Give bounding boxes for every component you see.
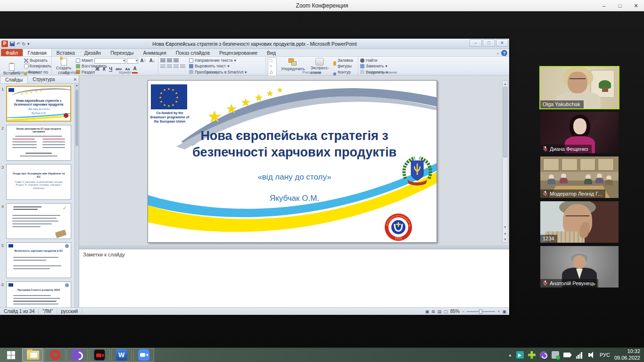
ppt-minimize-icon[interactable]: – <box>470 39 482 47</box>
vet-faculty-emblem: факультет ветеринарної медицини НУБіП Ук… <box>384 213 413 242</box>
video-anatoliy-revunets[interactable]: Анатолій Ревунець <box>540 246 619 288</box>
minimize-icon[interactable]: – <box>596 0 612 11</box>
arrange-icon <box>288 58 298 66</box>
tray-viber-icon[interactable] <box>540 351 547 359</box>
normal-view-icon[interactable]: ▣ <box>425 309 429 314</box>
taskbar-file-explorer[interactable] <box>22 348 43 362</box>
windows-logo-icon <box>7 351 15 359</box>
taskbar-opera[interactable] <box>44 348 66 362</box>
grow-font-button[interactable]: А↑ <box>140 58 147 65</box>
reading-view-icon[interactable]: ▤ <box>438 309 442 314</box>
tab-review[interactable]: Рецензирование <box>215 49 262 56</box>
speaker-icon[interactable] <box>588 351 595 359</box>
clock[interactable]: 10:32 09.06.2022 <box>614 348 640 362</box>
tab-insert[interactable]: Вставка <box>52 49 80 56</box>
collapse-ribbon-icon[interactable]: ▵ <box>497 51 499 55</box>
video-moderator-leonid[interactable]: Модератор Леонід Г... <box>540 156 619 198</box>
slide-editor: ★ ★ ★ ★ ★ ★ ★★★ ★★★ ★★★ ★★★ <box>79 75 509 245</box>
bullets-icon[interactable] <box>160 58 165 63</box>
network-signal-icon[interactable] <box>576 351 584 359</box>
tab-home[interactable]: Главная <box>23 49 52 56</box>
align-right-icon[interactable] <box>173 65 179 69</box>
taskbar-word[interactable]: W <box>111 348 132 362</box>
zoom-in-icon[interactable]: + <box>497 309 500 314</box>
align-center-icon[interactable] <box>167 65 172 69</box>
taskbar-zoom[interactable] <box>133 348 154 362</box>
slide-thumbnail-4[interactable]: ✓ <box>6 203 71 239</box>
slide-sorter-icon[interactable]: ⊞ <box>431 309 435 314</box>
align-text-button[interactable]: Выровнять текст ▾ <box>189 63 247 69</box>
font-size-box[interactable]: ▾ <box>127 58 138 64</box>
start-button[interactable] <box>0 348 22 362</box>
align-text-icon <box>189 64 193 68</box>
shape-fill-icon <box>333 61 336 66</box>
tray-usb-icon[interactable] <box>552 351 559 359</box>
qat-dropdown-icon[interactable]: ▾ <box>27 41 30 46</box>
previous-slide-icon[interactable]: ▲ <box>503 230 508 236</box>
scroll-up-icon[interactable]: ▲ <box>503 81 508 87</box>
ppt-maximize-icon[interactable]: □ <box>483 39 495 47</box>
cut-button[interactable]: Вырезать <box>24 58 51 63</box>
slide-scrollbar[interactable]: ▲ ▼ ▲ ▼ <box>502 80 508 243</box>
align-left-icon[interactable] <box>160 65 165 69</box>
justify-icon[interactable] <box>180 65 185 69</box>
replace-button[interactable]: Заменить ▾ <box>360 63 405 69</box>
notes-splitter[interactable] <box>79 245 509 249</box>
zoom-slider[interactable] <box>467 311 495 312</box>
video-1234[interactable]: 1234 <box>540 201 619 243</box>
close-icon[interactable]: ✕ <box>628 0 644 11</box>
slide-thumbnail-3[interactable]: Угода про Асоціацію між Україною та ЄС Г… <box>6 164 71 200</box>
numbering-icon[interactable] <box>167 58 172 63</box>
font-name-box[interactable]: ▾ <box>94 58 125 64</box>
taskbar-viber[interactable] <box>66 348 88 362</box>
copy-button[interactable]: Копировать <box>24 63 51 69</box>
next-slide-icon[interactable]: ▼ <box>503 236 508 242</box>
shrink-font-button[interactable]: А↓ <box>149 58 156 65</box>
slide-thumbnail-6[interactable]: Програма Сталого розвитку 2030 <box>6 281 71 307</box>
ppt-close-icon[interactable]: ✕ <box>496 39 508 47</box>
find-button[interactable]: Найти <box>360 58 405 63</box>
undo-icon[interactable]: ↶ <box>17 41 20 46</box>
pane-scrollbar[interactable]: ▲ <box>74 84 79 307</box>
redo-icon[interactable]: ↻ <box>22 41 26 46</box>
language-indicator[interactable]: русский <box>57 309 82 314</box>
tab-slideshow[interactable]: Показ слайдов <box>171 49 215 56</box>
help-icon[interactable]: ? <box>501 50 507 56</box>
save-icon[interactable] <box>10 41 15 46</box>
maximize-icon[interactable]: □ <box>612 0 628 11</box>
battery-icon[interactable] <box>563 351 572 359</box>
tray-teal-app-icon[interactable] <box>516 351 524 359</box>
text-direction-button[interactable]: Направление текста ▾ <box>189 58 247 63</box>
star-icon: ★ <box>255 92 263 103</box>
hidden-icons-arrow[interactable]: ▲ <box>508 353 512 357</box>
zoom-window: Zoom Конференция – □ ✕ P ↶ ↻ ▾ Нова Євро… <box>0 0 644 362</box>
arrange-button[interactable]: Упорядочить <box>280 58 306 72</box>
indent-icon[interactable] <box>173 58 179 63</box>
slide-thumbnail-1[interactable]: ★ ★ ★ ★ ★ Нова європейська стратегія з б… <box>6 86 71 122</box>
tab-view[interactable]: Вид <box>262 49 281 56</box>
tab-file[interactable]: Файл <box>1 49 23 56</box>
notes-area[interactable]: Заметки к слайду <box>79 249 509 307</box>
tray-cross-app-icon[interactable] <box>528 351 536 359</box>
taskbar-screen-recorder[interactable] <box>89 348 110 362</box>
scroll-down-icon[interactable]: ▼ <box>503 224 508 230</box>
fit-to-window-icon[interactable]: ▣ <box>502 309 506 314</box>
current-slide[interactable]: ★ ★ ★ ★ ★ ★ ★★★ ★★★ ★★★ ★★★ <box>148 80 437 243</box>
tab-transitions[interactable]: Переходы <box>106 49 138 56</box>
tab-animations[interactable]: Анимация <box>138 49 171 56</box>
slideshow-icon[interactable]: ▢ <box>444 309 448 314</box>
gavel-image <box>55 230 67 238</box>
outline-pane-tab[interactable]: Структура <box>28 76 59 83</box>
video-diana-feshchenko[interactable]: Диана Фещенко <box>540 112 619 153</box>
video-olga-yakubchak[interactable]: Olga Yakubchak <box>540 67 619 108</box>
svg-text:★: ★ <box>159 96 162 99</box>
pane-close-icon[interactable]: ✕ <box>73 77 77 82</box>
slide-thumbnail-2[interactable]: Базове законодавство ЄС щодо продуктів х… <box>6 125 71 161</box>
language-switcher[interactable]: РУС <box>600 352 610 358</box>
slides-pane-tab[interactable]: Слайды <box>0 76 28 83</box>
shape-fill-button[interactable]: Заливка фигуры <box>333 58 357 69</box>
tab-design[interactable]: Дизайн <box>80 49 106 56</box>
slide-thumbnail-5[interactable]: Безпечність харчових продуктів в ЄС <box>6 242 71 278</box>
ribbon-tab-bar: Файл Главная Вставка Дизайн Переходы Ани… <box>0 49 509 57</box>
zoom-out-icon[interactable]: − <box>462 309 464 314</box>
